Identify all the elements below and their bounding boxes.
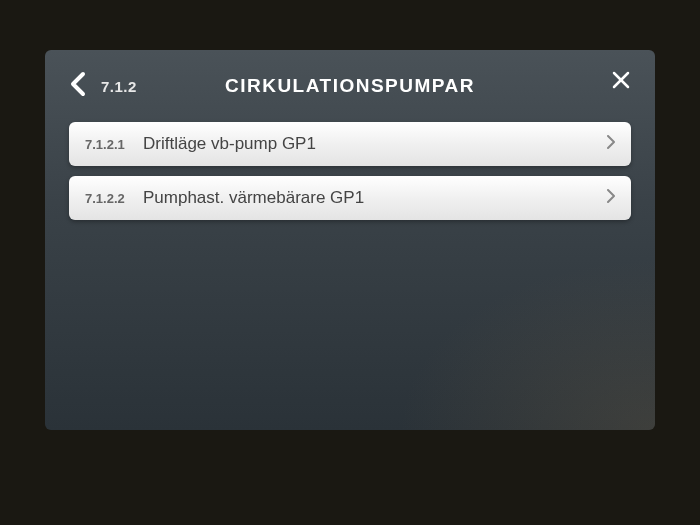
menu-item-label: Driftläge vb-pump GP1 — [143, 134, 607, 154]
chevron-right-icon — [607, 135, 615, 153]
chevron-right-icon — [607, 189, 615, 207]
header: 7.1.2 CIRKULATIONSPUMPAR — [69, 68, 631, 104]
page-title: CIRKULATIONSPUMPAR — [225, 75, 475, 97]
menu-list: 7.1.2.1 Driftläge vb-pump GP1 7.1.2.2 Pu… — [69, 122, 631, 220]
menu-item-code: 7.1.2.1 — [85, 137, 129, 152]
menu-item-code: 7.1.2.2 — [85, 191, 129, 206]
close-icon — [611, 76, 631, 93]
chevron-left-icon — [69, 70, 87, 102]
breadcrumb: 7.1.2 — [101, 78, 137, 95]
back-button[interactable] — [69, 70, 87, 102]
menu-item[interactable]: 7.1.2.2 Pumphast. värmebärare GP1 — [69, 176, 631, 220]
menu-item[interactable]: 7.1.2.1 Driftläge vb-pump GP1 — [69, 122, 631, 166]
close-button[interactable] — [611, 70, 631, 94]
menu-item-label: Pumphast. värmebärare GP1 — [143, 188, 607, 208]
settings-screen: 7.1.2 CIRKULATIONSPUMPAR 7.1.2.1 Driftlä… — [45, 50, 655, 430]
screen-reflection — [355, 230, 655, 430]
